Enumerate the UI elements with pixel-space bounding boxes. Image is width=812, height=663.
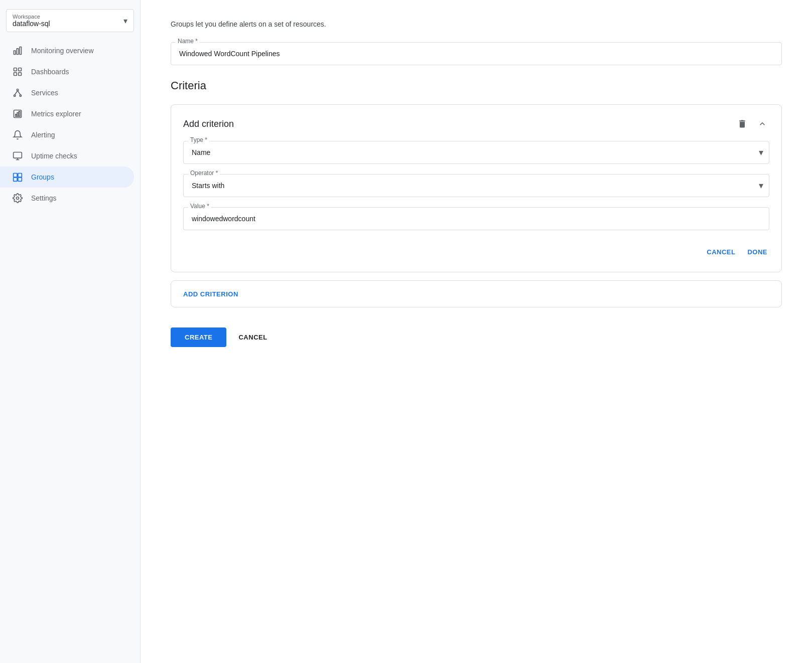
workspace-label: Workspace (13, 14, 50, 20)
operator-field-group: Operator * Starts with Ends with Contain… (183, 174, 769, 197)
value-field-label: Value * (188, 203, 211, 210)
settings-icon (12, 193, 23, 204)
type-select[interactable]: Name Resource type Tag (183, 141, 769, 164)
sidebar: Workspace dataflow-sql ▾ Monitoring over… (0, 0, 141, 663)
svg-rect-4 (19, 68, 22, 71)
svg-point-9 (20, 95, 21, 96)
sidebar-item-services[interactable]: Services (0, 82, 134, 103)
collapse-criterion-button[interactable] (755, 117, 769, 131)
name-field-group: Name * (171, 42, 782, 65)
name-input[interactable] (171, 42, 782, 65)
name-field-label: Name * (176, 38, 200, 45)
sidebar-item-label-groups: Groups (31, 173, 54, 181)
workspace-name: dataflow-sql (13, 20, 50, 28)
add-criterion-card: ADD CRITERION (171, 280, 782, 307)
svg-rect-1 (17, 49, 18, 55)
cancel-button[interactable]: CANCEL (234, 327, 271, 347)
sidebar-item-groups[interactable]: Groups (0, 167, 134, 188)
type-field-group: Type * Name Resource type Tag ▾ (183, 141, 769, 164)
criteria-title: Criteria (171, 79, 782, 92)
svg-rect-5 (14, 73, 17, 76)
criterion-title: Add criterion (183, 119, 234, 129)
type-field-label: Type * (188, 136, 209, 143)
svg-rect-21 (14, 178, 18, 182)
sidebar-item-label-settings: Settings (31, 194, 57, 202)
sidebar-item-label-metrics-explorer: Metrics explorer (31, 110, 81, 118)
monitor-icon (12, 150, 23, 161)
svg-line-11 (18, 91, 21, 95)
svg-rect-20 (18, 174, 22, 178)
operator-select[interactable]: Starts with Ends with Contains Equals (183, 174, 769, 197)
sidebar-item-label-uptime-checks: Uptime checks (31, 152, 77, 160)
svg-rect-22 (18, 178, 22, 182)
value-input[interactable] (183, 207, 769, 230)
create-button[interactable]: CREATE (171, 327, 226, 347)
svg-rect-15 (19, 111, 21, 116)
sidebar-item-monitoring-overview[interactable]: Monitoring overview (0, 40, 134, 61)
svg-rect-3 (14, 68, 17, 71)
sidebar-item-alerting[interactable]: Alerting (0, 124, 134, 145)
action-buttons: CREATE CANCEL (171, 327, 782, 347)
svg-rect-14 (17, 113, 19, 117)
sidebar-item-dashboards[interactable]: Dashboards (0, 61, 134, 82)
value-field-group: Value * (183, 207, 769, 230)
sidebar-item-label-dashboards: Dashboards (31, 68, 69, 76)
add-criterion-button[interactable]: ADD CRITERION (183, 290, 238, 298)
sidebar-item-settings[interactable]: Settings (0, 188, 134, 209)
workspace-dropdown-arrow: ▾ (123, 16, 127, 26)
chart-bar-icon (12, 45, 23, 56)
operator-field-label: Operator * (188, 170, 220, 177)
services-icon (12, 87, 23, 98)
type-select-wrapper: Name Resource type Tag ▾ (183, 141, 769, 164)
criterion-cancel-button[interactable]: CANCEL (705, 244, 737, 260)
criterion-actions (735, 117, 769, 131)
main-content: Groups let you define alerts on a set of… (141, 0, 812, 663)
svg-point-8 (14, 95, 16, 96)
svg-rect-13 (16, 114, 17, 116)
svg-point-7 (17, 89, 18, 91)
svg-rect-16 (14, 152, 22, 158)
sidebar-item-uptime-checks[interactable]: Uptime checks (0, 145, 134, 167)
svg-rect-0 (14, 51, 16, 55)
svg-rect-19 (14, 174, 18, 178)
bell-icon (12, 129, 23, 140)
svg-rect-6 (19, 73, 22, 76)
operator-select-wrapper: Starts with Ends with Contains Equals ▾ (183, 174, 769, 197)
criterion-header: Add criterion (183, 117, 769, 131)
svg-point-23 (17, 197, 19, 200)
criterion-card: Add criterion Type * Name (171, 104, 782, 272)
criterion-done-button[interactable]: DONE (745, 244, 769, 260)
sidebar-item-label-alerting: Alerting (31, 131, 55, 139)
delete-criterion-button[interactable] (735, 117, 749, 131)
sidebar-item-metrics-explorer[interactable]: Metrics explorer (0, 103, 134, 124)
page-description: Groups let you define alerts on a set of… (171, 20, 782, 28)
groups-icon (12, 172, 23, 183)
dashboard-icon (12, 66, 23, 77)
svg-line-10 (15, 91, 18, 95)
svg-rect-2 (20, 47, 21, 55)
metrics-icon (12, 108, 23, 119)
sidebar-item-label-monitoring-overview: Monitoring overview (31, 47, 94, 55)
workspace-selector[interactable]: Workspace dataflow-sql ▾ (6, 9, 134, 32)
sidebar-item-label-services: Services (31, 89, 58, 97)
criterion-footer: CANCEL DONE (183, 244, 769, 260)
